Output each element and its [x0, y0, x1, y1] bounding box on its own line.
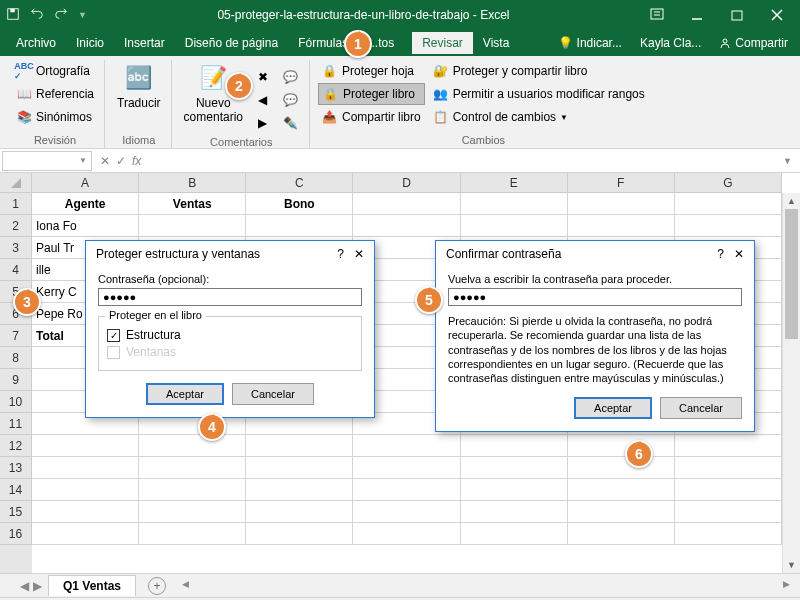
cell[interactable]: [32, 435, 139, 457]
dialog1-close-icon[interactable]: ✕: [354, 247, 364, 261]
tab-inicio[interactable]: Inicio: [66, 32, 114, 54]
cell[interactable]: [461, 501, 568, 523]
cell[interactable]: [246, 479, 353, 501]
cell[interactable]: [675, 523, 782, 545]
vertical-scrollbar[interactable]: ▲ ▼: [782, 193, 800, 573]
cell[interactable]: [568, 193, 675, 215]
cell[interactable]: [246, 457, 353, 479]
formula-input[interactable]: [149, 151, 777, 171]
cell[interactable]: [139, 523, 246, 545]
cell[interactable]: [461, 193, 568, 215]
protect-share-button[interactable]: 🔐Proteger y compartir libro: [429, 60, 649, 82]
scroll-thumb[interactable]: [785, 209, 798, 339]
cell[interactable]: [139, 501, 246, 523]
minimize-icon[interactable]: [680, 3, 714, 27]
row-header-9[interactable]: 9: [0, 369, 32, 391]
row-header-4[interactable]: 4: [0, 259, 32, 281]
cell[interactable]: [32, 523, 139, 545]
col-header-E[interactable]: E: [461, 173, 568, 193]
tell-me[interactable]: 💡Indicar...: [552, 33, 628, 53]
show-comment-button[interactable]: 💬: [279, 66, 303, 88]
delete-comment-button[interactable]: ✖: [251, 66, 275, 88]
cell[interactable]: [139, 479, 246, 501]
cell[interactable]: [461, 523, 568, 545]
cell[interactable]: [246, 215, 353, 237]
cell[interactable]: [353, 215, 460, 237]
cell[interactable]: [675, 479, 782, 501]
dialog1-cancel-button[interactable]: Cancelar: [232, 383, 314, 405]
cell[interactable]: [32, 457, 139, 479]
tab-revisar[interactable]: Revisar: [412, 32, 473, 54]
row-header-13[interactable]: 13: [0, 457, 32, 479]
col-header-C[interactable]: C: [246, 173, 353, 193]
tab-archivo[interactable]: Archivo: [6, 32, 66, 54]
cell[interactable]: [675, 501, 782, 523]
translate-button[interactable]: 🔤Traducir: [113, 60, 165, 112]
thesaurus-button[interactable]: 📚Sinónimos: [12, 106, 98, 128]
cell[interactable]: [675, 435, 782, 457]
cell[interactable]: Agente: [32, 193, 139, 215]
cell[interactable]: [353, 435, 460, 457]
col-header-G[interactable]: G: [675, 173, 782, 193]
row-header-3[interactable]: 3: [0, 237, 32, 259]
row-header-7[interactable]: 7: [0, 325, 32, 347]
row-header-10[interactable]: 10: [0, 391, 32, 413]
col-header-B[interactable]: B: [139, 173, 246, 193]
cell[interactable]: [246, 523, 353, 545]
maximize-icon[interactable]: [720, 3, 754, 27]
share-button[interactable]: Compartir: [713, 33, 794, 53]
row-header-12[interactable]: 12: [0, 435, 32, 457]
cell[interactable]: [246, 501, 353, 523]
cell[interactable]: [675, 193, 782, 215]
sheet-tab-q1[interactable]: Q1 Ventas: [48, 575, 136, 596]
cell[interactable]: [568, 523, 675, 545]
cell[interactable]: [139, 215, 246, 237]
dialog2-cancel-button[interactable]: Cancelar: [660, 397, 742, 419]
fx-icon[interactable]: fx: [132, 154, 141, 168]
cell[interactable]: [461, 215, 568, 237]
tab-nav-next-icon[interactable]: ▶: [33, 579, 42, 593]
dialog2-close-icon[interactable]: ✕: [734, 247, 744, 261]
save-icon[interactable]: [6, 7, 20, 24]
cell[interactable]: [568, 501, 675, 523]
cell[interactable]: [139, 457, 246, 479]
dialog2-ok-button[interactable]: Aceptar: [574, 397, 652, 419]
row-header-2[interactable]: 2: [0, 215, 32, 237]
track-changes-button[interactable]: 📋Control de cambios ▼: [429, 106, 649, 128]
cell[interactable]: [461, 457, 568, 479]
allow-users-button[interactable]: 👥Permitir a usuarios modificar rangos: [429, 83, 649, 105]
dialog1-help-icon[interactable]: ?: [337, 247, 344, 261]
row-header-15[interactable]: 15: [0, 501, 32, 523]
cell[interactable]: [353, 501, 460, 523]
row-header-1[interactable]: 1: [0, 193, 32, 215]
expand-formula-icon[interactable]: ▼: [777, 156, 798, 166]
cell[interactable]: [32, 501, 139, 523]
name-box[interactable]: ▼: [2, 151, 92, 171]
cell[interactable]: [32, 479, 139, 501]
scroll-up-icon[interactable]: ▲: [783, 193, 800, 209]
redo-icon[interactable]: [54, 7, 68, 24]
password-input[interactable]: [98, 288, 362, 306]
structure-checkbox[interactable]: ✓Estructura: [107, 328, 353, 342]
cell[interactable]: [568, 435, 675, 457]
cell[interactable]: [353, 193, 460, 215]
cell[interactable]: [568, 457, 675, 479]
protect-workbook-button[interactable]: 🔒Proteger libro: [318, 83, 425, 105]
cell[interactable]: [353, 457, 460, 479]
col-header-A[interactable]: A: [32, 173, 139, 193]
select-all-corner[interactable]: [0, 173, 32, 193]
cancel-formula-icon[interactable]: ✕: [100, 154, 110, 168]
ribbon-options-icon[interactable]: [640, 3, 674, 27]
row-header-11[interactable]: 11: [0, 413, 32, 435]
row-header-16[interactable]: 16: [0, 523, 32, 545]
add-sheet-button[interactable]: +: [148, 577, 166, 595]
cell[interactable]: [353, 523, 460, 545]
cell[interactable]: [568, 479, 675, 501]
cell[interactable]: [461, 479, 568, 501]
research-button[interactable]: 📖Referencia: [12, 83, 98, 105]
tab-nav-prev-icon[interactable]: ◀: [20, 579, 29, 593]
user-name[interactable]: Kayla Cla...: [634, 33, 707, 53]
close-icon[interactable]: [760, 3, 794, 27]
dialog2-help-icon[interactable]: ?: [717, 247, 724, 261]
cell[interactable]: [353, 479, 460, 501]
